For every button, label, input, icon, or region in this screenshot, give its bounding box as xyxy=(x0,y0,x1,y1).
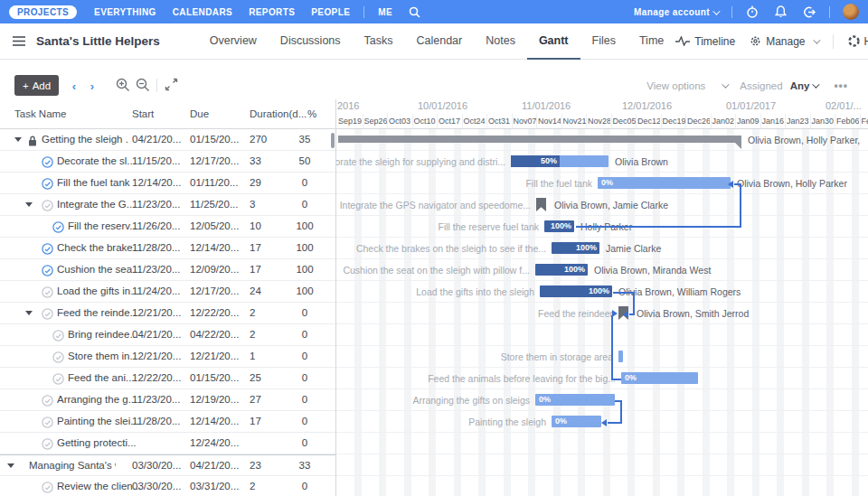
task-row[interactable]: Integrate the G...11/23/20...11/25/20...… xyxy=(0,194,335,216)
column-header[interactable]: Task Name xyxy=(14,99,67,129)
week-label: Jan23 xyxy=(785,114,809,128)
task-status-icon[interactable] xyxy=(42,481,53,496)
tab-notes[interactable]: Notes xyxy=(474,23,527,60)
gantt-task-bar[interactable] xyxy=(618,351,623,362)
tab-time[interactable]: Time xyxy=(627,23,675,60)
task-status-icon[interactable] xyxy=(52,220,64,237)
expand-caret-icon[interactable] xyxy=(14,137,22,142)
gantt-task-bar[interactable]: 100% xyxy=(535,264,588,276)
scroll-left-button[interactable]: ‹ xyxy=(67,79,81,93)
gantt-task-bar[interactable]: 100% xyxy=(552,242,599,254)
tab-gantt[interactable]: Gantt xyxy=(527,23,580,60)
view-options-button[interactable]: View options xyxy=(646,80,705,91)
expand-caret-icon[interactable] xyxy=(25,202,33,207)
column-header[interactable]: Due xyxy=(190,99,209,129)
task-status-icon[interactable] xyxy=(42,285,53,302)
gantt-task-label: Fill the fuel tank xyxy=(525,173,592,194)
assigned-filter-value[interactable]: Any xyxy=(790,80,818,91)
gantt-task-label: Arranging the gifts on sleigs xyxy=(412,389,530,411)
task-row[interactable]: Feed the reinde...12/21/20...12/22/20...… xyxy=(0,303,335,324)
expand-caret-icon[interactable] xyxy=(25,311,33,315)
zoom-out-icon[interactable] xyxy=(136,78,150,96)
vertical-scrollbar-thumb[interactable] xyxy=(331,133,335,148)
scroll-right-button[interactable]: › xyxy=(85,79,99,93)
task-status-icon[interactable] xyxy=(42,264,53,280)
nav-item-everything[interactable]: EVERYTHING xyxy=(94,7,156,17)
task-status-icon[interactable] xyxy=(52,351,64,367)
tab-overview[interactable]: Overview xyxy=(198,23,269,60)
tab-calendar[interactable]: Calendar xyxy=(405,23,475,60)
user-avatar[interactable] xyxy=(843,4,859,20)
task-row[interactable]: Cushion the sea...11/23/20...12/09/20...… xyxy=(0,259,335,281)
tab-discussions[interactable]: Discussions xyxy=(269,23,353,60)
column-header[interactable]: Duration(d... xyxy=(250,99,307,129)
task-status-icon[interactable] xyxy=(42,177,53,193)
task-row[interactable]: Load the gifts in...11/24/20...12/17/20.… xyxy=(0,281,335,303)
task-row[interactable]: Feed the ani...12/22/20...01/15/20...250 xyxy=(0,368,335,389)
column-header[interactable]: Start xyxy=(132,99,154,129)
gantt-row-line xyxy=(336,476,868,496)
more-options-button[interactable]: ••• xyxy=(834,80,848,92)
task-status-icon[interactable] xyxy=(42,155,53,172)
task-table-body: Getting the sleigh ...04/21/20...01/15/2… xyxy=(0,129,335,496)
sign-out-icon[interactable] xyxy=(803,6,816,18)
column-header[interactable]: % xyxy=(307,99,316,129)
duration-cell: 29 xyxy=(250,173,261,193)
fullscreen-expand-icon[interactable] xyxy=(165,78,178,95)
search-icon[interactable] xyxy=(409,6,420,18)
task-row[interactable]: Getting protecti...12/24/20...0 xyxy=(0,433,335,454)
hamburger-menu-icon[interactable] xyxy=(13,36,25,46)
task-row[interactable]: Check the brake...11/28/20...12/14/20...… xyxy=(0,238,335,259)
task-row[interactable]: Arranging the g...11/23/20...12/19/20...… xyxy=(0,389,335,411)
task-row[interactable]: Painting the slei...11/28/20...12/14/20.… xyxy=(0,411,335,433)
help-button[interactable]: Help xyxy=(848,35,868,48)
start-date-cell: 11/23/20... xyxy=(132,389,181,410)
task-row[interactable]: Decorate the sl...11/15/20...12/17/20...… xyxy=(0,151,335,173)
task-row[interactable]: Fill the reserv...11/26/20...12/05/20...… xyxy=(0,216,335,238)
tab-files[interactable]: Files xyxy=(580,23,627,60)
task-row[interactable]: Bring reindee...04/21/20...04/22/20...20 xyxy=(0,324,335,346)
chevron-down-icon[interactable] xyxy=(722,80,730,88)
task-row[interactable]: Review the clien...03/30/20...03/31/20..… xyxy=(0,476,335,496)
gantt-timeline-header[interactable]: 201610/01/201611/01/201612/01/201601/01/… xyxy=(336,99,868,129)
time-tracker-icon[interactable] xyxy=(746,5,759,18)
gantt-task-bar[interactable]: 0% xyxy=(598,177,731,189)
manage-account-menu[interactable]: Manage account xyxy=(634,7,718,17)
task-status-icon[interactable] xyxy=(52,372,64,388)
task-status-icon[interactable] xyxy=(42,394,53,410)
task-status-icon[interactable] xyxy=(42,242,53,258)
nav-item-calendars[interactable]: CALENDARS xyxy=(173,7,232,17)
notifications-bell-icon[interactable] xyxy=(775,5,787,18)
tab-tasks[interactable]: Tasks xyxy=(353,23,405,60)
task-row[interactable]: Getting the sleigh ...04/21/20...01/15/2… xyxy=(0,129,335,151)
week-label: Feb06 xyxy=(835,114,859,128)
task-status-icon[interactable] xyxy=(42,437,53,454)
gantt-task-bar[interactable]: 0% xyxy=(621,372,698,384)
gantt-task-bar[interactable]: 100% xyxy=(540,285,612,297)
expand-caret-icon[interactable] xyxy=(7,463,14,468)
task-status-icon[interactable] xyxy=(42,199,53,215)
task-status-icon[interactable] xyxy=(42,416,53,432)
gantt-task-bar[interactable]: 100% xyxy=(544,220,574,232)
duration-cell: 2 xyxy=(250,324,255,345)
manage-button[interactable]: Manage xyxy=(750,35,817,48)
nav-item-me[interactable]: ME xyxy=(378,7,392,17)
gantt-summary-bar[interactable] xyxy=(338,136,741,143)
timeline-button[interactable]: Timeline xyxy=(675,35,735,48)
gantt-task-bar[interactable]: 0% xyxy=(535,394,615,406)
add-task-button[interactable]: + Add xyxy=(14,75,59,96)
nav-item-reports[interactable]: REPORTS xyxy=(249,7,295,17)
task-row[interactable]: Fill the fuel tank12/14/20...01/11/20...… xyxy=(0,173,335,194)
panel-splitter[interactable] xyxy=(335,99,336,496)
task-status-icon[interactable] xyxy=(52,329,64,345)
gantt-task-bar[interactable]: 50% xyxy=(511,155,609,167)
gantt-task-bar[interactable]: 0% xyxy=(552,416,601,427)
nav-item-people[interactable]: PEOPLE xyxy=(311,7,350,17)
task-row[interactable]: Managing Santa's we...03/30/20...04/21/2… xyxy=(0,454,335,476)
task-row[interactable]: Store them in...12/21/20...12/21/20...10 xyxy=(0,346,335,368)
dependency-line xyxy=(740,183,741,228)
month-label: 01/01/2017 xyxy=(726,100,776,112)
nav-item-projects[interactable]: PROJECTS xyxy=(9,5,77,19)
task-status-icon[interactable] xyxy=(42,307,53,323)
zoom-in-icon[interactable] xyxy=(116,78,130,96)
